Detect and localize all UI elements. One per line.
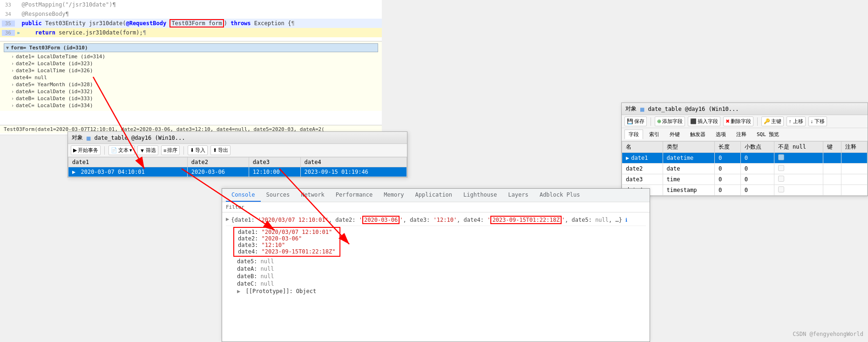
tab-console[interactable]: Console	[226, 189, 261, 202]
tab-memory[interactable]: Memory	[378, 189, 409, 202]
code-line-36: 36 » return service.jsr310date(form);¶	[0, 28, 382, 37]
key-icon: 🔑	[764, 118, 770, 124]
cell-nn-date3	[774, 174, 823, 185]
toolbar-separator	[104, 146, 105, 155]
prop-date4: date4: "2023-09-15T01:22:18Z"	[238, 248, 336, 255]
table-row-date1[interactable]: ▶date1 datetime 0 0	[622, 153, 868, 164]
debug-item-dateA: ›dateA= LocalDate (id=332)	[4, 88, 378, 95]
cell-key-date4	[823, 185, 841, 196]
tab-lighthouse[interactable]: Lighthouse	[458, 189, 502, 202]
cell-type-date2: date	[663, 164, 715, 174]
insert-field-button[interactable]: ⬛ 插入字段	[688, 116, 720, 126]
tab-performance[interactable]: Performance	[330, 189, 378, 202]
filter-button[interactable]: ▼ 筛选	[137, 145, 158, 155]
cell-len-date1: 0	[715, 153, 741, 164]
export-icon: ⬆	[213, 147, 217, 153]
cell-len-date3: 0	[715, 174, 741, 185]
tab-layers[interactable]: Layers	[502, 189, 534, 202]
save-button[interactable]: 💾 保存	[624, 116, 647, 126]
tab-options[interactable]: 选项	[712, 130, 730, 139]
tab-comment[interactable]: 注释	[732, 130, 751, 139]
navicat-right-tabs: 字段 索引 外键 触发器 选项 注释 SQL 预览	[622, 128, 868, 141]
move-up-button[interactable]: ↑ 上移	[787, 116, 806, 126]
text-button[interactable]: 📄 文本▾	[108, 145, 135, 155]
col-name: 名	[622, 142, 663, 153]
begin-tx-icon: ▶	[73, 147, 77, 153]
col-length: 长度	[715, 142, 741, 153]
cell-len-date2: 0	[715, 164, 741, 174]
console-expanded: date1: "2020/03/07 12:10:01" date2: "202…	[226, 226, 646, 296]
tab-index[interactable]: 索引	[645, 130, 664, 139]
cell-date2: 2020-03-06	[187, 167, 249, 177]
navicat-left-toolbar: ▶ 开始事务 📄 文本▾ ▼ 筛选 ≡ 排序 ⬇ 导入 ⬆ 导出	[68, 144, 407, 157]
tab-network[interactable]: Network	[295, 189, 330, 202]
move-down-button[interactable]: ↓ 下移	[808, 116, 827, 126]
prop-date3: date3: "12:10"	[238, 242, 336, 248]
delete-field-button[interactable]: ✖ 删除字段	[723, 116, 753, 126]
navicat-left-table-name: date_table @day16 (Win10...	[94, 135, 185, 141]
cell-type-date3: time	[663, 174, 715, 185]
debug-item-dateC: ›dateC= LocalDate (id=334)	[4, 102, 378, 109]
add-field-button[interactable]: ⊕ 添加字段	[655, 116, 685, 126]
cell-cmt-date4	[841, 185, 868, 196]
tab-sources[interactable]: Sources	[261, 189, 296, 202]
navicat-left-table: date1 date2 date3 date4 ▶ 2020-03-07 04:…	[68, 157, 407, 177]
filter-icon: ▼	[140, 148, 145, 153]
add-icon: ⊕	[657, 118, 661, 124]
primary-key-button[interactable]: 🔑 主键	[761, 116, 784, 126]
col-type: 类型	[663, 142, 715, 153]
table-row[interactable]: ▶ 2020-03-07 04:10:01 2020-03-06 12:10:0…	[68, 167, 407, 177]
cell-nn-date1	[774, 153, 823, 164]
col-header-date3: date3	[249, 157, 300, 167]
navicat-right-table-name: date_table @day16 (Win10...	[648, 106, 739, 112]
tab-adblock[interactable]: Adblock Plus	[534, 189, 586, 202]
cell-cmt-date2	[841, 164, 868, 174]
watermark: CSDN @fengyehongWorld	[793, 331, 863, 337]
col-header-date4: date4	[300, 157, 407, 167]
cell-date1: ▶ 2020-03-07 04:10:01	[68, 167, 188, 177]
cell-dec-date1: 0	[740, 153, 774, 164]
cell-dec-date4: 0	[740, 185, 774, 196]
cell-name-date3: date3	[622, 174, 663, 185]
export-button[interactable]: ⬆ 导出	[210, 145, 231, 155]
import-button[interactable]: ⬇ 导入	[188, 145, 208, 155]
highlighted-block: date1: "2020/03/07 12:10:01" date2: "202…	[233, 227, 340, 257]
tab-application[interactable]: Application	[410, 189, 458, 202]
cell-name-date1: ▶date1	[622, 153, 663, 164]
prop-dateB: dateB: null	[233, 273, 646, 280]
table-row-date3[interactable]: date3 time 0 0	[622, 174, 868, 185]
tab-field[interactable]: 字段	[624, 130, 643, 139]
prop-date5: date5: null	[233, 258, 646, 265]
filter-label: Filter	[226, 204, 244, 210]
table-row-date2[interactable]: date2 date 0 0	[622, 164, 868, 174]
table-row-date4[interactable]: date4 timestamp 0 0	[622, 185, 868, 196]
cell-type-date4: timestamp	[663, 185, 715, 196]
navicat-right-titlebar: 对象 ▦ date_table @day16 (Win10...	[622, 103, 868, 115]
navicat-left-panel: 对象 ▦ date_table @day16 (Win10... ▶ 开始事务 …	[68, 131, 407, 178]
delete-icon: ✖	[726, 118, 730, 124]
navicat-right-table: 名 类型 长度 小数点 不是 null 键 注释 ▶date1 datetime…	[622, 141, 868, 196]
tab-sql-preview[interactable]: SQL 预览	[753, 130, 784, 139]
cell-date4: 2023-09-15 01:19:46	[300, 167, 407, 177]
insert-icon: ⬛	[690, 118, 697, 124]
tab-foreign-key[interactable]: 外键	[665, 130, 684, 139]
col-comment: 注释	[841, 142, 868, 153]
cell-nn-date4	[774, 185, 823, 196]
cell-dec-date2: 0	[740, 164, 774, 174]
debug-item-date2: ›date2= LocalDate (id=323)	[4, 60, 378, 67]
code-editor: 33 @PostMapping("/jsr310date")¶ 34 @Resp…	[0, 0, 382, 135]
tab-trigger[interactable]: 触发器	[686, 130, 710, 139]
proto-arrow[interactable]: ▶	[237, 288, 240, 294]
cell-name-date2: date2	[622, 164, 663, 174]
begin-tx-button[interactable]: ▶ 开始事务	[71, 145, 101, 155]
sort-button[interactable]: ≡ 排序	[161, 145, 180, 155]
code-line-33: 33 @PostMapping("/jsr310date")¶	[0, 0, 382, 9]
col-notnull: 不是 null	[774, 142, 823, 153]
doc-icon: 📄	[111, 147, 117, 153]
col-decimal: 小数点	[740, 142, 774, 153]
table-icon: ▦	[87, 134, 90, 142]
toolbar-sep-r1	[651, 117, 651, 126]
expand-arrow[interactable]: ▶	[226, 216, 229, 222]
toolbar-separator2	[183, 146, 184, 155]
debug-item-date4: date4= null	[4, 74, 378, 81]
